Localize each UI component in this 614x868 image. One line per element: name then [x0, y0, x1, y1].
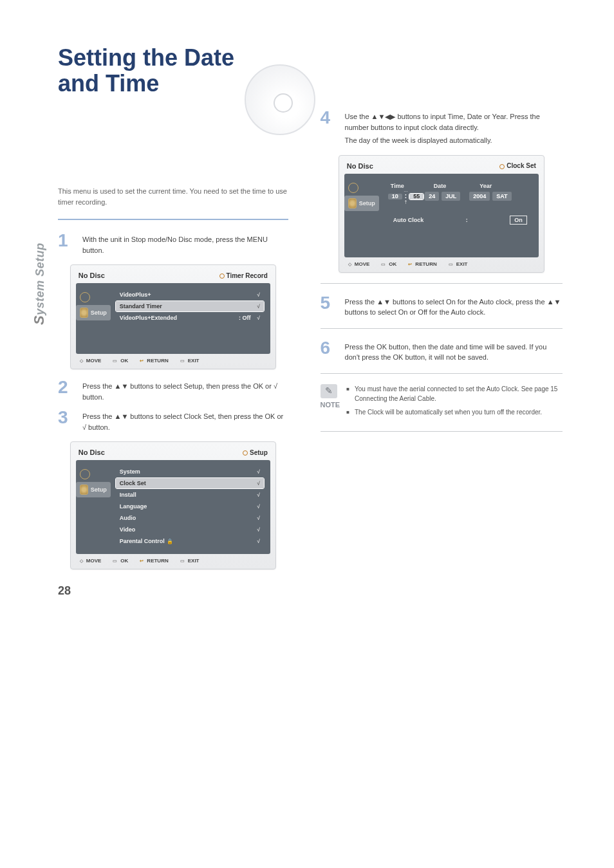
page-number: 28	[58, 584, 71, 598]
menu-item-parental[interactable]: Parental Control√	[116, 536, 264, 546]
clock-icon	[80, 469, 90, 479]
move-icon: ◇	[79, 358, 84, 364]
ok-icon: ▭	[111, 559, 118, 564]
return-icon: ↩	[138, 358, 145, 364]
note-block: NOTE ■You must have the aerial connected…	[321, 384, 563, 421]
exit-icon: ▭	[179, 358, 186, 364]
hour-cell[interactable]: 10	[388, 194, 402, 199]
move-icon: ◇	[347, 262, 353, 267]
menu-item-install[interactable]: Install√	[116, 490, 264, 500]
step-5: 5 Press the ▲▼ buttons to select On for …	[321, 294, 563, 318]
menu-item-language[interactable]: Language√	[116, 501, 264, 512]
column-right: 4 Use the ▲▼◀▶ buttons to input Time, Da…	[321, 109, 563, 578]
tv-screenshot-timer-record: No Disc Timer Record Setup VideoPlus+√ S…	[70, 264, 276, 369]
menu-item-videoplus-ext[interactable]: VideoPlus+Extended: Off√	[116, 313, 264, 323]
minute-cell[interactable]: 55	[409, 194, 423, 199]
lock-icon	[165, 538, 173, 544]
divider	[58, 219, 288, 220]
page-title: Setting the Date and Time	[58, 45, 290, 96]
year-cell[interactable]: 2004	[469, 192, 490, 201]
menu-item-video[interactable]: Video√	[116, 524, 264, 535]
disc-art-icon	[245, 64, 315, 135]
step-6: 6 Press the OK button, then the date and…	[321, 339, 563, 363]
auto-clock-value[interactable]: On	[510, 216, 527, 225]
ok-icon: ▭	[380, 262, 387, 267]
menu-item-clock-set[interactable]: Clock Set√	[116, 478, 264, 488]
note-icon	[321, 384, 337, 398]
gear-icon	[348, 198, 357, 208]
step-3: 3 Press the ▲▼ buttons to select Clock S…	[58, 409, 288, 432]
return-icon: ↩	[138, 559, 145, 564]
column-left: This menu is used to set the current tim…	[58, 109, 288, 578]
ok-icon: ▭	[111, 358, 118, 364]
tv-screenshot-clock-set: No Disc Clock Set Setup Time Date Yea	[339, 155, 544, 273]
side-tab: System Setup	[31, 243, 48, 325]
day-cell[interactable]: 24	[425, 192, 439, 201]
intro-text: This menu is used to set the current tim…	[58, 186, 288, 207]
gear-icon	[80, 485, 88, 495]
step-1: 1 With the unit in Stop mode/No Disc mod…	[58, 232, 288, 255]
move-icon: ◇	[79, 559, 84, 564]
menu-item-audio[interactable]: Audio√	[116, 513, 264, 523]
tv-screenshot-setup: No Disc Setup Setup System√ Clock Set√ I…	[70, 441, 276, 569]
month-cell[interactable]: JUL	[442, 192, 460, 201]
step-2: 2 Press the ▲▼ buttons to select Setup, …	[58, 378, 288, 402]
menu-item-standard-timer[interactable]: Standard Timer√	[116, 301, 264, 311]
clock-icon	[80, 292, 90, 302]
dow-cell: SAT	[492, 192, 511, 201]
exit-icon: ▭	[447, 262, 454, 267]
return-icon: ↩	[407, 262, 413, 267]
menu-item-system[interactable]: System√	[116, 466, 264, 477]
gear-icon	[80, 308, 88, 318]
step-4: 4 Use the ▲▼◀▶ buttons to input Time, Da…	[321, 109, 563, 146]
manual-page: System Setup Setting the Date and Time T…	[0, 0, 614, 617]
clock-icon	[348, 183, 358, 193]
menu-item-videoplus[interactable]: VideoPlus+√	[116, 290, 264, 300]
exit-icon: ▭	[179, 559, 186, 564]
